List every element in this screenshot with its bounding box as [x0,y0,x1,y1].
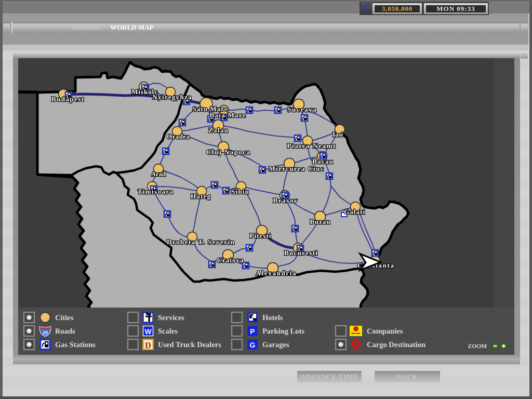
svg-text:Companies: Companies [367,327,403,336]
svg-text:Used Truck Dealers: Used Truck Dealers [158,341,221,349]
svg-text:Iasi: Iasi [332,130,343,138]
svg-text:Garages: Garages [262,341,289,349]
svg-text:Cities: Cities [55,314,74,322]
svg-text:Nyiregyhza: Nyiregyhza [153,93,192,101]
svg-text:G: G [250,341,256,349]
svg-text:10: 10 [43,330,48,335]
svg-text:Bacau: Bacau [312,157,333,165]
svg-text:Galati: Galati [344,208,365,216]
svg-text:Baia Mare: Baia Mare [210,111,246,119]
svg-text:Roads: Roads [55,327,75,336]
svg-text:Craiova: Craiova [217,256,244,264]
svg-text:Cargo Destination: Cargo Destination [367,341,425,349]
svg-text:Cluj Napoca: Cluj Napoca [206,148,250,156]
svg-text:Buzau: Buzau [310,218,330,225]
svg-text:Piatra Neamt: Piatra Neamt [287,142,336,150]
svg-text:Bucuresti: Bucuresti [284,249,317,257]
svg-text:Hotels: Hotels [262,314,283,322]
svg-text:W: W [144,327,152,336]
svg-text:Drobeta T. Severin: Drobeta T. Severin [167,238,235,246]
svg-text:Timisoara: Timisoara [138,188,174,195]
svg-text:Pitesti: Pitesti [250,232,271,240]
svg-text:Sibiu: Sibiu [231,188,249,195]
svg-text:Zalau: Zalau [208,126,228,134]
svg-text:D: D [145,340,151,350]
svg-text:Budapest: Budapest [51,95,84,103]
svg-text:Oradea: Oradea [167,132,190,140]
svg-text:Arad: Arad [151,170,166,178]
svg-text:Services: Services [158,314,184,322]
svg-text:ZOOM: ZOOM [468,343,487,350]
svg-text:Scales: Scales [158,327,178,336]
svg-text:Parking Lots: Parking Lots [262,327,304,336]
svg-text:Gas Stations: Gas Stations [55,341,96,349]
svg-text:P: P [250,327,255,336]
svg-text:Hateg: Hateg [191,192,211,200]
svg-text:Brasov: Brasov [273,196,298,204]
